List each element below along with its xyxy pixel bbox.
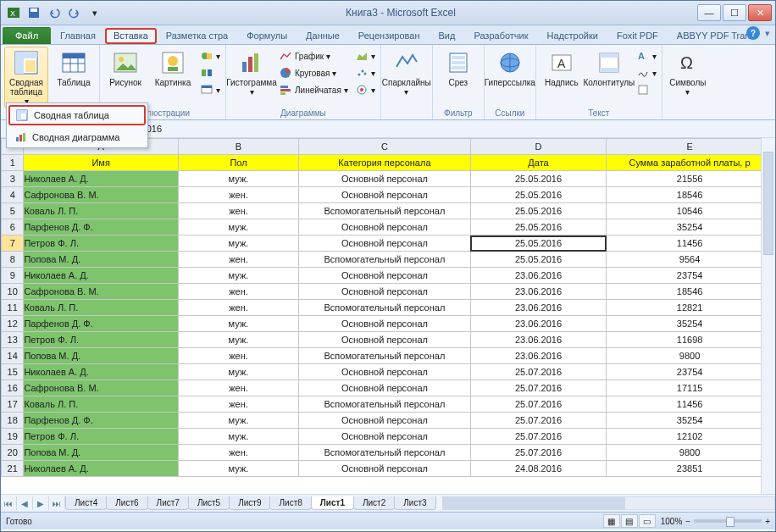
picture-button[interactable]: Рисунок [103,47,147,90]
row-header-5[interactable]: 5 [2,203,24,219]
cell-name[interactable]: Коваль Л. П. [24,203,179,219]
cell-name[interactable]: Коваль Л. П. [24,396,179,413]
col-header-C[interactable]: C [298,139,470,155]
cell-sum[interactable]: 12102 [607,429,773,445]
table-header-cell[interactable]: Сумма заработной платы, р [607,155,773,171]
area-chart-button[interactable]: ▾ [353,48,377,64]
tab-формулы[interactable]: Формулы [237,27,297,44]
tab-вставка[interactable]: Вставка [105,28,157,44]
sheet-tab-Лист4[interactable]: Лист4 [65,496,107,510]
redo-icon[interactable] [65,3,84,22]
tab-разметка стра[interactable]: Разметка стра [157,27,237,44]
cell-sum[interactable]: 21556 [607,171,773,187]
cell-name[interactable]: Николаев А. Д. [24,171,179,187]
cell-name[interactable]: Попова М. Д. [24,445,179,461]
cell-sum[interactable]: 9800 [607,348,773,364]
cell-sex[interactable]: муж. [178,316,298,332]
zoom-in-icon[interactable]: + [765,517,770,526]
cell-sum[interactable]: 12821 [607,300,773,316]
help-icon[interactable]: ? [746,26,760,40]
cell-name[interactable]: Петров Ф. Л. [24,332,179,348]
zoom-control[interactable]: 100% − + [661,517,770,526]
cell-sum[interactable]: 17115 [607,380,773,396]
cell-name[interactable]: Сафронова В. М. [24,284,179,300]
cell-date[interactable]: 25.07.2016 [470,429,606,445]
cell-sum[interactable]: 11698 [607,332,773,348]
row-header-8[interactable]: 8 [2,252,24,268]
bar-chart-button[interactable]: Линейчатая ▾ [277,82,350,97]
cell-date[interactable]: 25.05.2016 [470,219,606,236]
smartart-button[interactable] [198,65,222,80]
sheet-tab-Лист5[interactable]: Лист5 [188,496,230,510]
cell-date[interactable]: 25.07.2016 [470,396,606,413]
cell-sex[interactable]: муж. [178,268,298,284]
col-header-D[interactable]: D [470,139,606,155]
row-header-1[interactable]: 1 [2,155,24,171]
sheet-tab-Лист3[interactable]: Лист3 [394,496,435,510]
cell-category[interactable]: Основной персонал [298,461,470,477]
cell-category[interactable]: Основной персонал [298,429,470,445]
table-header-cell[interactable]: Дата [470,155,606,171]
minimize-button[interactable]: — [697,4,721,21]
cell-sex[interactable]: жен. [178,445,298,461]
sheet-nav-first[interactable]: ⏮ [1,496,17,510]
cell-sum[interactable]: 11456 [607,396,773,413]
slicer-button[interactable]: Срез [436,47,480,90]
cell-sex[interactable]: муж. [178,171,298,187]
cell-name[interactable]: Попова М. Д. [24,252,179,268]
pivot-table-button[interactable]: Сводная таблица▾ [4,47,48,108]
cell-category[interactable]: Основной персонал [298,171,470,187]
qat-more-icon[interactable]: ▾ [86,3,104,22]
zoom-slider[interactable] [694,519,762,523]
sheet-tab-Лист8[interactable]: Лист8 [269,496,311,510]
sheet-nav-last[interactable]: ⏭ [49,496,65,510]
other-chart-button[interactable]: ▾ [353,82,377,97]
cell-name[interactable]: Петров Ф. Л. [24,429,179,445]
cell-sex[interactable]: жен. [178,396,298,413]
tab-вид[interactable]: Вид [430,27,465,44]
cell-sex[interactable]: муж. [178,413,298,429]
maximize-button[interactable]: ☐ [723,4,746,21]
scatter-chart-button[interactable]: ▾ [353,65,377,80]
cell-category[interactable]: Основной персонал [298,332,470,348]
tab-разработчик[interactable]: Разработчик [464,27,537,44]
cell-name[interactable]: Коваль Л. П. [24,300,179,316]
line-chart-button[interactable]: График ▾ [277,48,350,64]
clipart-button[interactable]: Картинка [151,47,195,90]
cell-name[interactable]: Петров Ф. Л. [24,236,179,252]
cell-category[interactable]: Основной персонал [298,284,470,300]
cell-sum[interactable]: 23754 [607,364,773,380]
col-header-B[interactable]: B [178,139,298,155]
cell-category[interactable]: Основной персонал [298,268,470,284]
view-normal-icon[interactable]: ▦ [603,514,620,528]
sheet-nav-prev[interactable]: ◀ [17,496,33,510]
close-button[interactable]: ✕ [748,4,772,21]
row-header-19[interactable]: 19 [2,429,24,445]
row-header-6[interactable]: 6 [2,219,24,236]
cell-category[interactable]: Основной персонал [298,187,470,203]
cell-name[interactable]: Парфенов Д. Ф. [24,413,179,429]
cell-sex[interactable]: жен. [178,300,298,316]
horizontal-scrollbar[interactable] [442,496,775,510]
table-button[interactable]: Таблица [52,47,96,90]
cell-date[interactable]: 25.05.2016 [470,187,606,203]
cell-category[interactable]: Основной персонал [298,316,470,332]
cell-name[interactable]: Сафронова В. М. [24,380,179,396]
textbox-button[interactable]: A Надпись [540,47,584,90]
wordart-button[interactable]: A▾ [635,48,658,64]
cell-sex[interactable]: жен. [178,380,298,396]
row-header-10[interactable]: 10 [2,284,24,300]
row-header-16[interactable]: 16 [2,380,24,396]
cell-sex[interactable]: жен. [178,187,298,203]
cell-sum[interactable]: 23754 [607,268,773,284]
tab-главная[interactable]: Главная [51,27,105,44]
row-header-15[interactable]: 15 [2,364,24,380]
cell-category[interactable]: Вспомогательный персонал [298,252,470,268]
cell-category[interactable]: Основной персонал [298,380,470,396]
screenshot-button[interactable]: ▾ [198,82,222,97]
view-break-icon[interactable]: ▭ [639,514,656,528]
cell-sex[interactable]: жен. [178,252,298,268]
cell-sex[interactable]: муж. [178,429,298,445]
cell-date[interactable]: 23.06.2016 [470,316,606,332]
cell-date[interactable]: 23.06.2016 [470,332,606,348]
